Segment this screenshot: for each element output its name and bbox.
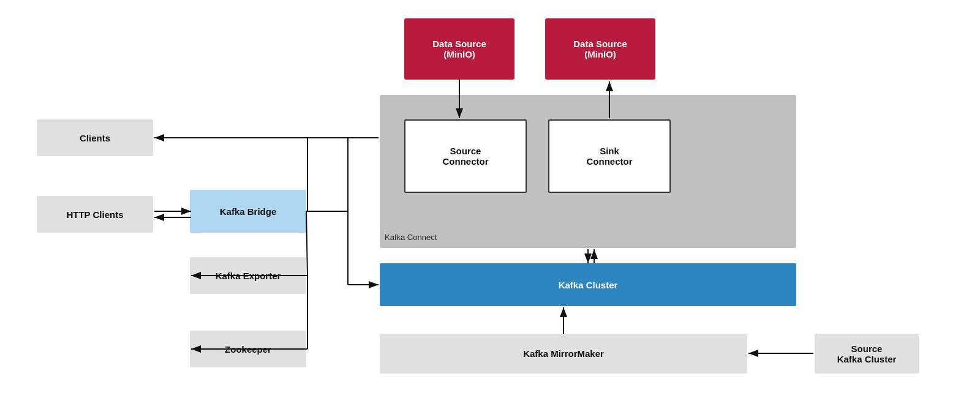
source-connector: Source Connector — [404, 119, 527, 193]
source-kafka-cluster: Source Kafka Cluster — [815, 334, 919, 374]
zookeeper: Zookeeper — [190, 331, 306, 367]
kafka-cluster: Kafka Cluster — [380, 263, 796, 306]
svg-line-11 — [306, 211, 307, 276]
http-clients: HTTP Clients — [37, 196, 153, 233]
sink-connector: Sink Connector — [548, 119, 671, 193]
data-source-right: Data Source (MinIO) — [545, 18, 655, 80]
kafka-exporter: Kafka Exporter — [190, 257, 306, 294]
kafka-mirrormaker: Kafka MirrorMaker — [380, 334, 747, 374]
kafka-bridge: Kafka Bridge — [190, 190, 306, 233]
data-source-left: Data Source (MinIO) — [404, 18, 514, 80]
clients: Clients — [37, 119, 153, 156]
kafka-connect-label: Kafka Connect — [385, 233, 437, 242]
diagram-container: Kafka Connect Data Source (MinIO) Data S… — [0, 0, 980, 398]
